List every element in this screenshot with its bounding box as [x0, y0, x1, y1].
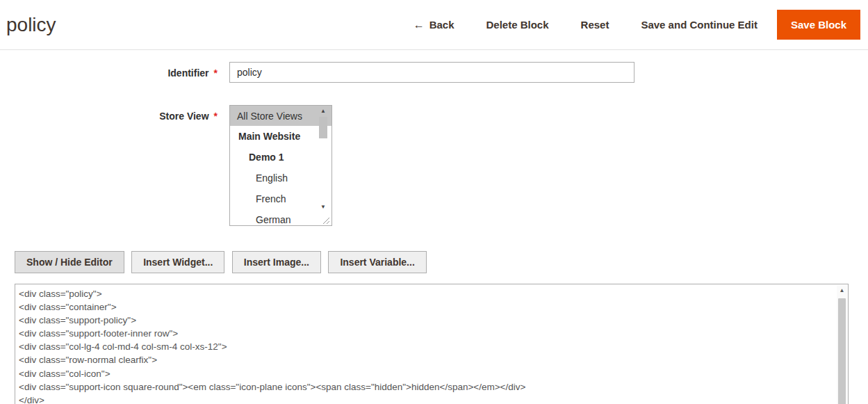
- content-code-textarea[interactable]: <div class="policy"> <div class="contain…: [15, 284, 849, 404]
- scrollbar-thumb[interactable]: [319, 117, 327, 138]
- page-header: policy ← Back Delete Block Reset Save an…: [0, 0, 868, 50]
- identifier-label: Identifier: [167, 67, 208, 79]
- identifier-label-cell: Identifier*: [0, 62, 218, 79]
- store-view-row: Store View* All Store Views Main Website…: [0, 105, 868, 226]
- scroll-up-icon[interactable]: ▲: [318, 107, 328, 115]
- reset-button[interactable]: Reset: [581, 19, 609, 31]
- identifier-field-cell: [229, 62, 634, 83]
- block-edit-form: Identifier* Store View* All Store Views …: [0, 50, 868, 404]
- store-view-multiselect[interactable]: All Store Views Main Website Demo 1 Engl…: [229, 105, 332, 226]
- insert-image-button[interactable]: Insert Image...: [232, 251, 321, 273]
- scrollbar-thumb[interactable]: [838, 298, 846, 404]
- save-block-button[interactable]: Save Block: [777, 10, 860, 40]
- store-view-scrollbar[interactable]: ▲ ▼: [318, 107, 328, 211]
- insert-variable-button[interactable]: Insert Variable...: [328, 251, 426, 273]
- delete-block-button[interactable]: Delete Block: [486, 19, 549, 31]
- required-asterisk: *: [214, 111, 218, 122]
- store-view-field-cell: All Store Views Main Website Demo 1 Engl…: [229, 105, 332, 226]
- code-line: <div class="policy">: [19, 287, 833, 300]
- identifier-input[interactable]: [229, 62, 634, 83]
- editor-toolbar: Show / Hide Editor Insert Widget... Inse…: [15, 251, 868, 273]
- required-asterisk: *: [214, 67, 218, 79]
- option-demo-1[interactable]: Demo 1: [230, 147, 331, 168]
- header-actions: ← Back Delete Block Reset Save and Conti…: [382, 10, 860, 40]
- page-title: policy: [6, 14, 56, 36]
- scroll-down-icon[interactable]: ▼: [318, 203, 328, 211]
- option-all-store-views[interactable]: All Store Views: [230, 106, 331, 126]
- code-line: <div class="col-lg-4 col-md-4 col-sm-4 c…: [19, 340, 833, 353]
- code-line: <div class="support-policy">: [19, 314, 833, 327]
- identifier-row: Identifier*: [0, 62, 868, 83]
- back-arrow-icon: ←: [413, 19, 425, 31]
- show-hide-editor-button[interactable]: Show / Hide Editor: [15, 251, 124, 273]
- option-french[interactable]: French: [230, 188, 331, 209]
- scroll-up-icon[interactable]: ▲: [837, 285, 847, 296]
- option-german[interactable]: German: [230, 209, 331, 226]
- code-line: <div class="container">: [19, 300, 833, 314]
- store-view-label: Store View: [159, 111, 208, 122]
- code-line: </div>: [19, 394, 833, 404]
- textarea-scrollbar[interactable]: ▲: [837, 285, 847, 404]
- code-line: <div class="row-normal clearfix">: [19, 353, 833, 366]
- code-line: <div class="support-footer-inner row">: [19, 327, 833, 340]
- option-english[interactable]: English: [230, 168, 331, 188]
- store-view-label-cell: Store View*: [0, 105, 218, 122]
- code-line: <div class="support-icon square-round"><…: [19, 380, 833, 394]
- back-button-label: Back: [429, 19, 455, 31]
- option-main-website[interactable]: Main Website: [230, 126, 331, 147]
- save-and-continue-button[interactable]: Save and Continue Edit: [641, 19, 758, 31]
- resize-grip-icon[interactable]: [321, 215, 330, 224]
- insert-widget-button[interactable]: Insert Widget...: [131, 251, 224, 273]
- code-line: <div class="col-icon">: [19, 367, 833, 380]
- back-button[interactable]: ← Back: [413, 19, 455, 31]
